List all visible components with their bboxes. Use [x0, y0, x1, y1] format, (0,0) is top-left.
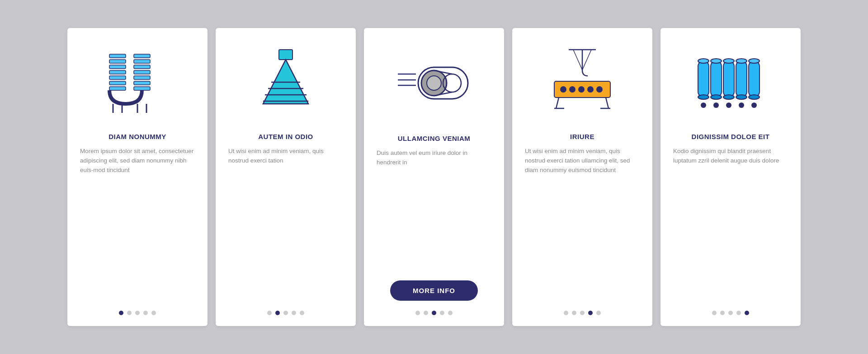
svg-rect-0: [109, 54, 126, 58]
svg-point-54: [723, 59, 734, 63]
svg-rect-5: [109, 81, 126, 85]
coil-icon: [92, 41, 183, 122]
svg-rect-3: [109, 70, 126, 74]
svg-rect-9: [134, 65, 150, 69]
svg-rect-11: [134, 76, 150, 79]
svg-point-39: [569, 86, 576, 93]
dot: [580, 311, 585, 315]
dot: [300, 311, 304, 315]
svg-rect-50: [711, 61, 722, 97]
svg-line-35: [573, 50, 582, 70]
dot: [275, 311, 280, 315]
dot: [267, 311, 272, 315]
card-3-title: ULLAMCING VENIAM: [398, 135, 471, 142]
svg-rect-4: [109, 76, 126, 79]
rolls-icon: [685, 41, 776, 122]
dot: [143, 311, 148, 315]
svg-rect-10: [134, 70, 150, 74]
card-1: DIAM NONUMMY Morem ipsum dolor sit amet,…: [67, 28, 208, 326]
card-2-title: AUTEM IN ODIO: [258, 133, 313, 140]
more-info-button[interactable]: MORE INFO: [390, 280, 478, 301]
svg-rect-8: [134, 60, 150, 63]
dot: [127, 311, 132, 315]
svg-rect-53: [723, 61, 734, 97]
svg-point-48: [698, 59, 709, 63]
card-2-dots: [267, 311, 304, 315]
card-3: ULLAMCING VENIAM Duis autem vel eum iriu…: [364, 28, 504, 326]
card-2-text: Ut wisi enim ad minim veniam, quis nostr…: [228, 147, 343, 301]
svg-rect-18: [279, 50, 292, 60]
svg-point-52: [711, 95, 722, 99]
svg-point-63: [713, 102, 719, 108]
svg-rect-2: [109, 65, 126, 69]
dot: [292, 311, 296, 315]
svg-point-61: [749, 95, 760, 99]
svg-point-57: [736, 59, 747, 63]
conveyor-icon: [389, 42, 479, 124]
svg-rect-7: [134, 54, 150, 58]
svg-line-44: [606, 98, 609, 108]
dot: [119, 311, 123, 315]
card-4-title: IRIURE: [570, 133, 594, 140]
dot: [135, 311, 140, 315]
svg-point-65: [739, 102, 744, 108]
svg-point-49: [698, 95, 709, 99]
svg-point-38: [560, 86, 566, 93]
svg-point-58: [736, 95, 747, 99]
card-4: IRIURE Ut wisi enim ad minim veniam, qui…: [512, 28, 652, 326]
card-3-dots: [415, 311, 453, 315]
svg-rect-12: [134, 81, 150, 85]
dot: [424, 311, 428, 315]
dot: [283, 311, 288, 315]
svg-point-42: [596, 86, 603, 93]
card-5-title: DIGNISSIM DOLOE EIT: [692, 133, 770, 140]
dot: [440, 311, 444, 315]
svg-point-66: [751, 102, 757, 108]
dot: [448, 311, 453, 315]
dot: [432, 311, 436, 315]
flask-icon: [241, 41, 331, 122]
svg-point-51: [711, 59, 722, 63]
cards-container: DIAM NONUMMY Morem ipsum dolor sit amet,…: [49, 14, 819, 340]
dot: [712, 311, 717, 315]
svg-point-55: [723, 95, 734, 99]
svg-point-62: [701, 102, 706, 108]
dot: [151, 311, 156, 315]
card-3-text: Duis autem vel eum iriure dolor in hendr…: [377, 149, 491, 272]
svg-rect-6: [109, 87, 126, 90]
crane-conveyor-icon: [537, 41, 627, 122]
svg-point-40: [578, 86, 585, 93]
svg-point-64: [726, 102, 731, 108]
card-5: DIGNISSIM DOLOE EIT Kodio dignissim qui …: [660, 28, 801, 326]
dot: [728, 311, 733, 315]
dot: [736, 311, 741, 315]
svg-point-29: [427, 76, 441, 90]
card-5-dots: [712, 311, 749, 315]
svg-rect-1: [109, 60, 126, 63]
card-4-text: Ut wisi enim ad minim veniam, quis nostr…: [525, 147, 640, 301]
card-1-text: Morem ipsum dolor sit amet, consectetuer…: [80, 147, 195, 301]
card-4-dots: [564, 311, 601, 315]
card-5-text: Kodio dignissim qui blandit praesent lup…: [673, 147, 788, 301]
svg-rect-47: [698, 61, 709, 97]
dot: [745, 311, 749, 315]
svg-rect-13: [134, 87, 150, 90]
dot: [588, 311, 593, 315]
svg-point-60: [749, 59, 760, 63]
svg-point-41: [587, 86, 594, 93]
dot: [596, 311, 601, 315]
card-1-dots: [119, 311, 156, 315]
card-1-title: DIAM NONUMMY: [108, 133, 166, 140]
dot: [572, 311, 576, 315]
dot: [720, 311, 725, 315]
svg-rect-56: [736, 61, 747, 97]
svg-rect-59: [749, 61, 760, 97]
card-2: AUTEM IN ODIO Ut wisi enim ad minim veni…: [216, 28, 356, 326]
dot: [415, 311, 420, 315]
svg-line-36: [582, 50, 591, 70]
svg-line-43: [556, 98, 559, 108]
dot: [564, 311, 568, 315]
